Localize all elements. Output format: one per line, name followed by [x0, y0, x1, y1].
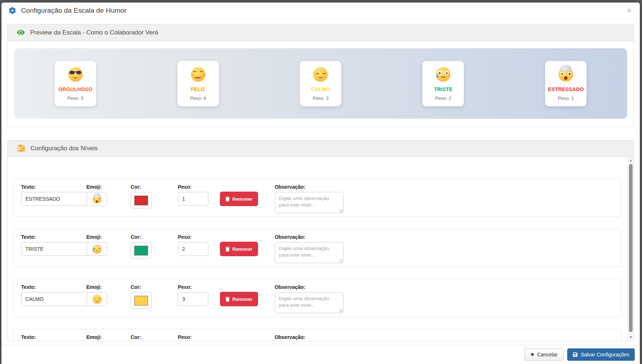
scroll-down-icon[interactable]: ▼: [628, 334, 634, 340]
weight-field-label: Peso:: [178, 284, 208, 290]
remove-level-button[interactable]: Remover: [220, 242, 258, 256]
level-row: Texto: Emoji:: [13, 179, 622, 217]
cancel-button-label: Cancelar: [537, 352, 557, 357]
mood-emoji-icon: [313, 67, 328, 82]
preview-body: ORGULHOSO Peso: 5 FELIZ Peso: 4 CALMO: [8, 41, 634, 127]
save-button-label: Salvar Configurações: [581, 352, 629, 357]
level-text-input[interactable]: [21, 242, 87, 256]
note-field-label: Observação:: [275, 284, 344, 290]
scroll-up-icon[interactable]: ▲: [628, 158, 634, 163]
color-field-label: Cor:: [131, 184, 152, 190]
mood-label: ORGULHOSO: [58, 86, 93, 92]
note-field-label: Observação:: [275, 234, 344, 240]
modal-footer: ✖ Cancelar Salvar Configurações: [1, 345, 640, 364]
mood-preview-card: CALMO Peso: 3: [300, 61, 341, 106]
color-field-label: Cor:: [131, 234, 152, 240]
level-emoji-icon: [93, 245, 102, 254]
remove-level-button[interactable]: Remover: [220, 192, 258, 206]
trash-icon: [225, 297, 230, 302]
emoji-field-label: Emoji:: [86, 234, 102, 240]
scale-preview-strip: ORGULHOSO Peso: 5 FELIZ Peso: 4 CALMO: [14, 48, 627, 119]
levels-scrollbar[interactable]: ▲ ▼: [627, 157, 634, 341]
mood-weight: Peso: 1: [548, 95, 584, 101]
level-text-input[interactable]: [21, 192, 87, 206]
save-configurations-button[interactable]: Salvar Configurações: [567, 348, 635, 361]
level-weight-input[interactable]: [178, 242, 208, 256]
note-field-label: Observação:: [275, 184, 344, 190]
color-picker-button[interactable]: [131, 292, 152, 309]
weight-field-label: Peso:: [178, 184, 208, 190]
emoji-picker-button[interactable]: [87, 192, 107, 206]
preview-section: Preview da Escala - Como o Colaborador V…: [7, 24, 634, 127]
preview-section-title: Preview da Escala - Como o Colaborador V…: [30, 29, 158, 36]
textarea-resize-handle[interactable]: [339, 209, 343, 212]
color-swatch: [134, 246, 148, 255]
emoji-field-label: Emoji:: [86, 284, 102, 290]
mood-weight: Peso: 5: [58, 95, 93, 101]
trash-icon: [225, 247, 230, 251]
remove-button-label: Remover: [232, 196, 253, 202]
mood-emoji-icon: [68, 67, 83, 82]
cancel-button[interactable]: ✖ Cancelar: [524, 348, 564, 361]
level-weight-input[interactable]: [178, 192, 208, 206]
levels-rows-area: Texto: Emoji:: [8, 157, 627, 341]
mood-emoji-icon: [436, 67, 450, 82]
modal-title: Configuração da Escala de Humor: [21, 7, 621, 15]
emoji-picker-button[interactable]: [87, 292, 107, 306]
eye-icon: [17, 29, 25, 36]
x-icon: ✖: [531, 352, 534, 357]
level-note-textarea[interactable]: [275, 292, 344, 313]
color-picker-button[interactable]: [131, 242, 152, 259]
color-swatch: [134, 296, 148, 306]
mood-weight: Peso: 3: [303, 95, 338, 101]
color-field-label: Cor:: [131, 334, 152, 340]
level-row: Texto: Emoji:: [13, 279, 622, 317]
weight-field-label: Peso:: [178, 234, 208, 240]
levels-section-title: Configuração dos Níveis: [30, 145, 98, 152]
mood-preview-card: ORGULHOSO Peso: 5: [55, 61, 96, 106]
color-field-label: Cor:: [131, 284, 152, 290]
text-field-label: Texto:: [21, 334, 86, 340]
mood-label: FELIZ: [180, 86, 216, 92]
mood-label: TRISTE: [425, 86, 461, 92]
color-picker-button[interactable]: [131, 192, 152, 209]
modal-header: Configuração da Escala de Humor ×: [1, 3, 640, 19]
modal-body: Preview da Escala - Como o Colaborador V…: [1, 19, 640, 345]
textarea-resize-handle[interactable]: [339, 309, 343, 312]
scrollbar-thumb[interactable]: [629, 164, 633, 332]
mood-preview-card: TRISTE Peso: 2: [422, 61, 464, 106]
textarea-resize-handle[interactable]: [339, 259, 343, 262]
level-weight-input[interactable]: [178, 292, 208, 306]
mood-preview-card: FELIZ Peso: 4: [177, 61, 219, 106]
level-emoji-icon: [93, 195, 102, 204]
level-note-textarea[interactable]: [275, 192, 344, 213]
level-row: Texto: Emoji:: [13, 329, 622, 341]
gear-icon: [9, 7, 16, 14]
text-field-label: Texto:: [21, 234, 86, 240]
emoji-field-label: Emoji:: [86, 184, 102, 190]
weight-field-label: Peso:: [178, 334, 208, 340]
text-field-label: Texto:: [21, 184, 86, 190]
level-text-input[interactable]: [21, 292, 87, 306]
level-row: Texto: Emoji:: [13, 229, 622, 267]
remove-button-label: Remover: [232, 296, 253, 302]
emoji-picker-button[interactable]: [87, 242, 107, 256]
remove-level-button[interactable]: Remover: [220, 292, 258, 306]
color-swatch: [134, 196, 148, 205]
levels-section: Configuração dos Níveis Texto: Emoji:: [7, 140, 634, 341]
mood-preview-card: ESTRESSADO Peso: 1: [545, 61, 586, 106]
levels-section-header: Configuração dos Níveis: [8, 140, 634, 157]
level-emoji-icon: [93, 295, 102, 304]
emoji-field-label: Emoji:: [86, 334, 102, 340]
mood-scale-config-modal: Configuração da Escala de Humor × Previe…: [1, 3, 640, 364]
levels-body: Texto: Emoji:: [8, 157, 634, 341]
preview-section-header: Preview da Escala - Como o Colaborador V…: [8, 24, 634, 41]
floppy-save-icon: [573, 352, 578, 357]
mood-weight: Peso: 2: [425, 95, 461, 101]
mood-label: ESTRESSADO: [548, 86, 584, 92]
mood-emoji-icon: [191, 67, 205, 82]
close-icon[interactable]: ×: [626, 6, 633, 15]
mood-emoji-icon: [559, 67, 573, 82]
level-note-textarea[interactable]: [275, 242, 344, 263]
remove-button-label: Remover: [232, 246, 253, 252]
